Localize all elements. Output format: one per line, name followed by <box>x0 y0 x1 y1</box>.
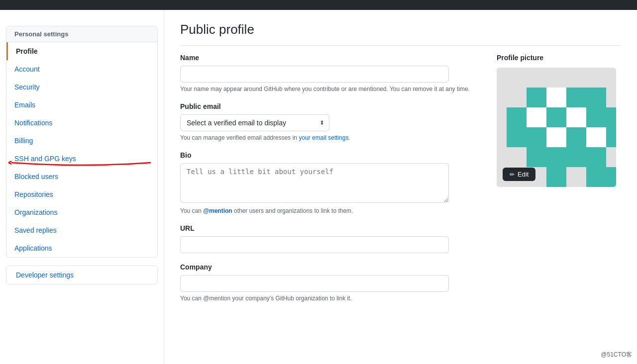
svg-rect-14 <box>527 127 546 147</box>
url-label: URL <box>180 224 477 232</box>
email-help: You can manage verified email addresses … <box>180 134 477 141</box>
profile-picture-section: Profile picture <box>497 54 621 312</box>
bio-group: Bio You can @mention other users and org… <box>180 151 477 214</box>
svg-rect-20 <box>546 147 566 167</box>
svg-rect-12 <box>606 107 616 127</box>
sidebar-item-profile[interactable]: Profile <box>6 42 157 60</box>
svg-rect-11 <box>586 107 606 127</box>
content-area: Name Your name may appear around GitHub … <box>180 54 621 312</box>
watermark: @51CTO客 <box>601 351 632 359</box>
svg-rect-25 <box>606 167 616 187</box>
form-section: Name Your name may appear around GitHub … <box>180 54 477 312</box>
sidebar-item-emails[interactable]: Emails <box>6 96 157 114</box>
edit-profile-picture-button[interactable]: ✏ Edit <box>503 168 535 181</box>
personal-settings-title: Personal settings <box>6 26 157 42</box>
main-content: Public profile Name Your name may appear… <box>164 10 637 364</box>
svg-rect-16 <box>566 127 586 147</box>
ssh-gpg-container: SSH and GPG keys <box>6 150 157 168</box>
edit-label: Edit <box>518 171 529 178</box>
company-input[interactable] <box>180 275 449 292</box>
svg-rect-18 <box>606 127 616 147</box>
sidebar-item-saved-replies[interactable]: Saved replies <box>6 221 157 239</box>
top-bar <box>0 0 637 10</box>
email-select[interactable]: Select a verified email to display <box>180 114 329 131</box>
svg-rect-22 <box>586 147 606 167</box>
svg-rect-6 <box>586 88 606 107</box>
mention-text: @mention <box>203 207 232 214</box>
name-group: Name Your name may appear around GitHub … <box>180 54 477 92</box>
profile-picture-box: ✏ Edit <box>497 68 616 187</box>
svg-rect-4 <box>546 88 566 107</box>
company-label: Company <box>180 263 477 271</box>
sidebar-item-repositories[interactable]: Repositories <box>6 185 157 203</box>
profile-picture-title: Profile picture <box>497 54 621 62</box>
company-group: Company You can @mention your company's … <box>180 263 477 302</box>
sidebar-item-blocked-users[interactable]: Blocked users <box>6 168 157 185</box>
public-email-label: Public email <box>180 102 477 110</box>
sidebar: Personal settings Profile Account Securi… <box>0 10 164 364</box>
pencil-icon: ✏ <box>510 171 515 178</box>
svg-rect-21 <box>566 147 586 167</box>
sidebar-item-ssh-gpg[interactable]: SSH and GPG keys <box>6 150 157 168</box>
svg-rect-9 <box>546 107 566 127</box>
svg-rect-3 <box>527 88 546 107</box>
public-email-group: Public email Select a verified email to … <box>180 102 477 141</box>
bio-help: You can @mention other users and organiz… <box>180 207 477 214</box>
svg-rect-13 <box>507 127 527 147</box>
svg-rect-17 <box>586 127 606 147</box>
bio-input[interactable] <box>180 163 449 203</box>
name-help: Your name may appear around GitHub where… <box>180 86 477 92</box>
svg-rect-24 <box>586 167 606 187</box>
svg-rect-19 <box>527 147 546 167</box>
url-input[interactable] <box>180 236 449 253</box>
svg-rect-23 <box>546 167 566 187</box>
svg-rect-5 <box>566 88 586 107</box>
company-help: You can @mention your company's GitHub o… <box>180 295 477 302</box>
personal-settings-section: Personal settings Profile Account Securi… <box>6 26 158 258</box>
name-label: Name <box>180 54 477 62</box>
name-input[interactable] <box>180 66 449 83</box>
svg-rect-8 <box>527 107 546 127</box>
svg-rect-15 <box>546 127 566 147</box>
sidebar-item-notifications[interactable]: Notifications <box>6 114 157 132</box>
sidebar-item-account[interactable]: Account <box>6 60 157 78</box>
sidebar-item-billing[interactable]: Billing <box>6 132 157 150</box>
sidebar-item-applications[interactable]: Applications <box>6 239 157 257</box>
sidebar-item-security[interactable]: Security <box>6 78 157 96</box>
url-group: URL <box>180 224 477 253</box>
email-select-wrapper: Select a verified email to display ⬍ <box>180 114 329 131</box>
svg-rect-10 <box>566 107 586 127</box>
email-settings-link[interactable]: your email settings <box>299 134 348 141</box>
svg-rect-7 <box>507 107 527 127</box>
bio-label: Bio <box>180 151 477 159</box>
developer-settings-section: Developer settings <box>6 266 158 284</box>
page-title: Public profile <box>180 22 621 46</box>
sidebar-item-organizations[interactable]: Organizations <box>6 203 157 221</box>
sidebar-item-developer-settings[interactable]: Developer settings <box>6 266 157 284</box>
